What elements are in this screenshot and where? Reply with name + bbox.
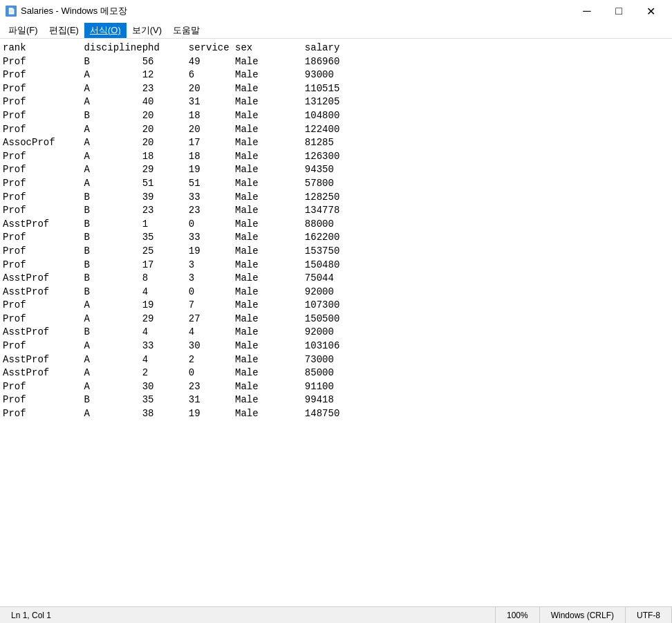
text-editor[interactable]: rank disciplinephd service sex salary Pr… xyxy=(0,39,672,606)
title-bar-buttons: ─ □ ✕ xyxy=(571,0,666,22)
status-position: Ln 1, Col 1 xyxy=(0,607,496,623)
title-bar-text: Salaries - Windows 메모장 xyxy=(21,5,571,17)
app-icon: 📄 xyxy=(6,6,17,17)
title-bar: 📄 Salaries - Windows 메모장 ─ □ ✕ xyxy=(0,0,672,22)
content-wrapper: rank disciplinephd service sex salary Pr… xyxy=(0,39,672,606)
menu-view[interactable]: 보기(V) xyxy=(127,23,167,38)
menu-help[interactable]: 도움말 xyxy=(167,23,205,38)
menu-format[interactable]: 서식(O) xyxy=(84,23,127,38)
status-encoding: UTF-8 xyxy=(626,607,672,623)
status-zoom: 100% xyxy=(496,607,540,623)
maximize-button[interactable]: □ xyxy=(603,0,635,22)
menu-file[interactable]: 파일(F) xyxy=(3,23,44,38)
status-bar: Ln 1, Col 1 100% Windows (CRLF) UTF-8 xyxy=(0,606,672,623)
menu-edit[interactable]: 편집(E) xyxy=(44,23,84,38)
close-button[interactable]: ✕ xyxy=(635,0,666,22)
menu-bar: 파일(F) 편집(E) 서식(O) 보기(V) 도움말 xyxy=(0,22,672,39)
status-line-ending: Windows (CRLF) xyxy=(540,607,626,623)
minimize-button[interactable]: ─ xyxy=(571,0,603,22)
